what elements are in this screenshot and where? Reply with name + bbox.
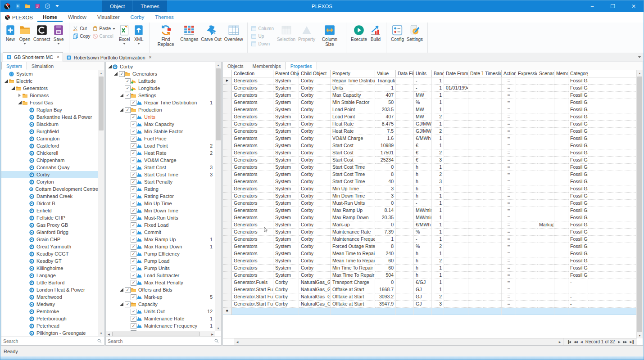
- menu-tab-window[interactable]: Window: [63, 13, 92, 22]
- grid-cell[interactable]: Load Point: [331, 113, 375, 121]
- property-tree-item-start-cost[interactable]: ✓Start Cost3: [106, 164, 215, 171]
- checkbox-checked[interactable]: ✓: [131, 309, 136, 315]
- grid-cell[interactable]: 240: [375, 250, 396, 257]
- grid-row[interactable]: Generator.Start FuelsCorbyNaturalGas_GBO…: [223, 293, 637, 301]
- grid-cell[interactable]: 2: [432, 149, 444, 157]
- grid-cell[interactable]: [483, 185, 502, 193]
- grid-cell[interactable]: =: [502, 157, 516, 164]
- grid-cell[interactable]: 8.14: [375, 207, 396, 214]
- grid-cell[interactable]: NaturalGas_GB: [299, 301, 331, 308]
- grid-cell[interactable]: €/MWh: [414, 221, 432, 229]
- grid-cell[interactable]: System: [273, 149, 299, 157]
- tab-system[interactable]: System: [1, 62, 27, 70]
- grid-cell[interactable]: 25234: [375, 157, 396, 164]
- grid-cell[interactable]: [444, 221, 468, 229]
- grid-cell[interactable]: Heat Rate: [331, 121, 375, 128]
- grid-cell[interactable]: Generators: [232, 92, 273, 99]
- collapse-icon[interactable]: [4, 79, 9, 83]
- grid-cell[interactable]: 7.5: [375, 128, 396, 135]
- grid-cell[interactable]: [516, 77, 537, 85]
- grid-cell[interactable]: [468, 301, 483, 308]
- tree-item-enfield[interactable]: Enfield: [1, 207, 98, 214]
- grid-cell[interactable]: [516, 214, 537, 221]
- grid-cell[interactable]: Fossil Gas: [568, 221, 588, 229]
- row-selector[interactable]: [223, 229, 232, 236]
- grid-cell[interactable]: Generators: [232, 221, 273, 229]
- grid-cell[interactable]: 2: [432, 257, 444, 265]
- grid-cell[interactable]: Corby: [299, 113, 331, 121]
- grid-cell[interactable]: [444, 243, 468, 250]
- grid-cell[interactable]: Fossil Gas: [568, 229, 588, 236]
- grid-cell[interactable]: =: [502, 301, 516, 308]
- grid-cell[interactable]: Corby: [299, 185, 331, 193]
- checkbox-checked[interactable]: ✓: [131, 294, 136, 300]
- property-tree-item-pump-units[interactable]: ✓Pump Units: [106, 265, 215, 272]
- grid-cell[interactable]: [537, 113, 554, 121]
- grid-cell[interactable]: [537, 142, 554, 149]
- grid-cell[interactable]: Min Time To Repair: [331, 265, 375, 272]
- grid-cell[interactable]: System: [273, 178, 299, 185]
- grid-row[interactable]: GeneratorsSystemCorbyMust-Run Units0-1=F…: [223, 200, 637, 207]
- column-header-date-from[interactable]: Date From: [444, 70, 468, 77]
- scroll-down-icon[interactable]: ▼: [215, 325, 221, 331]
- grid-cell[interactable]: MW/min: [414, 207, 432, 214]
- grid-cell[interactable]: [468, 77, 483, 85]
- grid-cell[interactable]: Mean Time to Repair: [331, 257, 375, 265]
- row-selector[interactable]: [223, 301, 232, 308]
- grid-cell[interactable]: Generators: [232, 106, 273, 113]
- grid-cell[interactable]: [444, 207, 468, 214]
- grid-cell[interactable]: System: [273, 92, 299, 99]
- grid-cell[interactable]: h: [414, 265, 432, 272]
- grid-cell[interactable]: [468, 286, 483, 293]
- grid-cell[interactable]: [396, 164, 414, 171]
- column-header-value[interactable]: Value: [375, 70, 396, 77]
- row-selector[interactable]: [223, 113, 232, 121]
- grid-cell[interactable]: [483, 200, 502, 207]
- tree-item-london-heat-power[interactable]: London Heat & Power: [1, 286, 98, 293]
- grid-cell[interactable]: 1: [432, 99, 444, 106]
- grid-cell[interactable]: [516, 164, 537, 171]
- column-header-action[interactable]: Action: [502, 70, 516, 77]
- grid-cell[interactable]: €/GJ: [414, 279, 432, 286]
- grid-cell[interactable]: Min Down Time: [331, 193, 375, 200]
- grid-cell[interactable]: [516, 250, 537, 257]
- grid-cell[interactable]: [483, 279, 502, 286]
- tab-simulation[interactable]: Simulation: [27, 62, 58, 70]
- grid-cell[interactable]: =: [502, 279, 516, 286]
- grid-cell[interactable]: Max Time To Repair: [331, 272, 375, 279]
- grid-cell[interactable]: [468, 128, 483, 135]
- grid-cell[interactable]: 1: [432, 272, 444, 279]
- grid-cell[interactable]: [444, 149, 468, 157]
- grid-row[interactable]: GeneratorsSystemCorbyMax Capacity407MW1=…: [223, 92, 637, 99]
- grid-cell[interactable]: [483, 214, 502, 221]
- checkbox-checked[interactable]: ✓: [125, 86, 131, 91]
- dropdown-icon[interactable]: [57, 43, 60, 45]
- checkbox-checked[interactable]: ✓: [131, 129, 136, 135]
- grid-cell[interactable]: [554, 128, 568, 135]
- ribbon-button-connect[interactable]: Connect: [32, 24, 51, 42]
- row-selector[interactable]: [223, 286, 232, 293]
- grid-cell[interactable]: =: [502, 178, 516, 185]
- checkbox-checked[interactable]: ✓: [131, 280, 136, 286]
- checkbox-checked[interactable]: ✓: [131, 179, 136, 185]
- grid-cell[interactable]: 17501: [375, 149, 396, 157]
- checkbox-checked[interactable]: ✓: [131, 208, 136, 214]
- grid-cell[interactable]: [537, 164, 554, 171]
- grid-cell[interactable]: -: [414, 236, 432, 243]
- grid-cell[interactable]: [537, 229, 554, 236]
- grid-cell[interactable]: [537, 178, 554, 185]
- checkbox-checked[interactable]: ✓: [131, 323, 136, 329]
- grid-cell[interactable]: [468, 236, 483, 243]
- grid-cell[interactable]: 0: [375, 221, 396, 229]
- document-tab[interactable]: GB Short-term MC×: [3, 52, 63, 62]
- grid-row[interactable]: GeneratorsSystemCorbyMax Ramp Down20.35M…: [223, 214, 637, 221]
- grid-cell[interactable]: 407: [375, 113, 396, 121]
- grid-cell[interactable]: Corby: [273, 301, 299, 308]
- grid-cell[interactable]: [444, 193, 468, 200]
- grid-cell[interactable]: Corby: [299, 265, 331, 272]
- grid-cell[interactable]: 504: [375, 272, 396, 279]
- grid-cell[interactable]: Fossil Gas: [568, 77, 588, 85]
- grid-cell[interactable]: Triangular: [375, 77, 396, 85]
- grid-cell[interactable]: [396, 85, 414, 92]
- grid-cell[interactable]: [468, 229, 483, 236]
